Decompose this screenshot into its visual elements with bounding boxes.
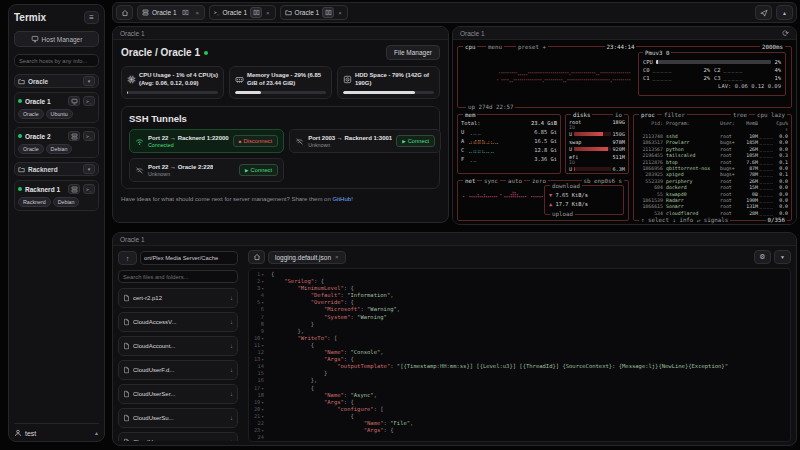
file-item[interactable]: CloudUserSer... ↓ [118, 384, 238, 404]
panel-header[interactable]: Oracle 1 [113, 233, 796, 246]
proc-lazy-tab[interactable]: cpu lazy [755, 111, 787, 119]
search-input[interactable] [14, 54, 99, 67]
host-terminal-button[interactable]: >_ [83, 96, 95, 106]
download-icon[interactable]: ↓ [230, 391, 233, 397]
host-manager-button[interactable]: Host Manager [14, 31, 99, 47]
tunnel-route: Port 22 → Oracle 2:228 [148, 164, 213, 170]
connect-button[interactable]: ▶ Connect [239, 164, 278, 176]
breadcrumb: Oracle / Oracle 1 [121, 47, 200, 58]
panel-title: Oracle 1 [120, 30, 145, 37]
connect-button[interactable]: ▶ Connect [396, 135, 435, 147]
panel-header[interactable]: Oracle 1 [113, 27, 448, 40]
send-button[interactable] [755, 5, 772, 20]
cpu-model-label: Pmuv3 0 [643, 49, 671, 57]
btop-tab-cpu[interactable]: cpu [463, 43, 477, 51]
close-icon[interactable]: × [335, 254, 339, 260]
host-terminal-button[interactable]: >_ [83, 131, 95, 141]
refresh-icon[interactable]: ⟳ [782, 29, 789, 38]
up-directory-button[interactable]: ↑ [118, 251, 137, 265]
code-content[interactable]: { "Serilog": { "MinimumLevel": { "Defaul… [266, 269, 790, 441]
close-icon[interactable]: × [337, 10, 343, 16]
editor-tab[interactable]: logging.default.json × [268, 251, 346, 264]
disconnect-button[interactable]: ■ Disconnect [233, 135, 278, 147]
tab-files-oracle-1[interactable]: Oracle 1 × [280, 5, 348, 20]
chevron-down-icon[interactable]: ▾ [83, 76, 95, 86]
close-icon[interactable]: × [265, 10, 271, 16]
host-card-oracle-2[interactable]: Oracle 2 >_ Oracle Debian [14, 127, 99, 158]
host-server-button[interactable] [68, 184, 80, 194]
host-card-oracle-1[interactable]: Oracle 1 >_ Oracle Ubuntu [14, 92, 99, 123]
file-item[interactable]: CloudAccessV... ↓ [118, 312, 238, 332]
host-terminal-button[interactable]: >_ [83, 184, 95, 194]
host-tag: Debian [46, 144, 73, 154]
proc-filter-tab[interactable]: filter [662, 111, 687, 119]
disks-io-tab[interactable]: io [613, 111, 624, 119]
btop-tab-menu[interactable]: menu [486, 43, 504, 51]
folder-icon [18, 166, 25, 173]
disk-usage-bar [574, 167, 610, 171]
file-item[interactable]: CloudAccount... ↓ [118, 336, 238, 356]
chevron-down-icon[interactable]: ▼ [774, 250, 791, 264]
split-view-icon[interactable] [250, 7, 262, 18]
file-icon [123, 438, 130, 441]
host-server-button[interactable] [68, 131, 80, 141]
group-label: Oracle [28, 78, 80, 85]
proc-box-title: proc [639, 111, 657, 119]
upload-label: upload [550, 210, 575, 218]
ssh-tunnels-section: SSH Tunnels Port 22 → Racknerd 1:22000 C… [121, 106, 440, 189]
btop-mem-box: mem Total:23.4 GiB U⢀⣀⣀6.85 Gi A⣠⣴⣶⣦⣠⣄⣀1… [457, 114, 561, 174]
github-link[interactable]: GitHub! [332, 196, 352, 202]
tab-terminal-oracle-1[interactable]: >_ Oracle 1 × [209, 5, 276, 20]
download-icon[interactable]: ↓ [230, 415, 233, 421]
uptime-label: up 274d 22:57 [466, 103, 515, 111]
group-header-oracle[interactable]: Oracle ▾ [14, 74, 99, 88]
panel-header[interactable]: Oracle 1 ⟳ [453, 27, 796, 40]
gear-icon[interactable]: ⚙ [754, 250, 771, 264]
chevron-up-icon: ▲ [94, 430, 99, 436]
file-item[interactable]: CloudUserF.d... ↓ [118, 360, 238, 380]
btop-tab-preset[interactable]: preset + [516, 43, 548, 51]
download-icon[interactable]: ↓ [230, 295, 233, 301]
file-icon [123, 390, 130, 398]
file-item[interactable]: CloudUserSu... ↓ [118, 408, 238, 428]
hdd-stat-card: HDD Space - 79% (142G of 190G) [337, 66, 440, 99]
home-button[interactable] [248, 250, 265, 264]
username: test [25, 430, 36, 437]
net-zero-tab[interactable]: zero [530, 177, 548, 185]
tab-server-oracle-1[interactable]: Oracle 1 × [137, 5, 205, 20]
file-item[interactable]: CloudUser... ↓ [118, 432, 238, 441]
download-icon[interactable]: ↓ [230, 439, 233, 441]
download-label: download [550, 182, 582, 190]
status-dot [18, 134, 22, 138]
file-manager-button[interactable]: File Manager [386, 45, 440, 60]
terminal-screen[interactable]: cpu menu preset + 23:44:14 2000ms ⠐⠒⠒⠒⠒⠤… [453, 40, 796, 225]
file-item[interactable]: cert-r2.p12 ↓ [118, 288, 238, 308]
host-tag: Oracle [18, 109, 44, 119]
proc-keys-hint: ↑ select ↓ info ↵ signals [639, 216, 730, 224]
group-header-racknerd[interactable]: Racknerd ▾ [14, 162, 99, 176]
close-icon[interactable]: × [195, 10, 201, 16]
download-icon[interactable]: ↓ [230, 343, 233, 349]
split-view-icon[interactable] [180, 7, 192, 18]
net-interface-label[interactable]: sb enp0s6 s [582, 177, 624, 185]
btop-interval[interactable]: 2000ms [760, 43, 785, 51]
download-icon[interactable]: ↓ [230, 367, 233, 373]
net-sync-tab[interactable]: sync [482, 177, 500, 185]
net-auto-tab[interactable]: auto [506, 177, 524, 185]
file-search-input[interactable] [118, 270, 238, 283]
host-stats-button[interactable] [68, 96, 80, 106]
user-menu[interactable]: test ▲ [14, 423, 99, 437]
btop-core-box: Pmuv3 0 CPU 2% C0⣀⣀⣀⣀⣀2% C2⣀⣀⣀⣀⣀4% C1⣀⣀⣀… [638, 52, 786, 96]
editor-area[interactable]: 1▾2▾3▾45▾678910▾11▾1213▾14151617▾1819▾20… [248, 268, 791, 442]
net-speed-box: download ▼ 7.65 KiB/s ▲ 17.7 KiB/s uploa… [544, 185, 624, 215]
home-button[interactable] [116, 5, 133, 20]
chevron-down-icon[interactable]: ▾ [83, 164, 95, 174]
proc-tree-tab[interactable]: tree [731, 111, 749, 119]
file-icon [123, 294, 130, 302]
collapse-button[interactable]: ▲ [776, 5, 793, 20]
menu-icon[interactable]: ≡ [84, 11, 99, 24]
host-card-racknerd-1[interactable]: Racknerd 1 >_ Racknerd Debian [14, 180, 99, 211]
path-input[interactable] [140, 251, 238, 265]
split-view-icon[interactable] [322, 7, 334, 18]
download-icon[interactable]: ↓ [230, 319, 233, 325]
